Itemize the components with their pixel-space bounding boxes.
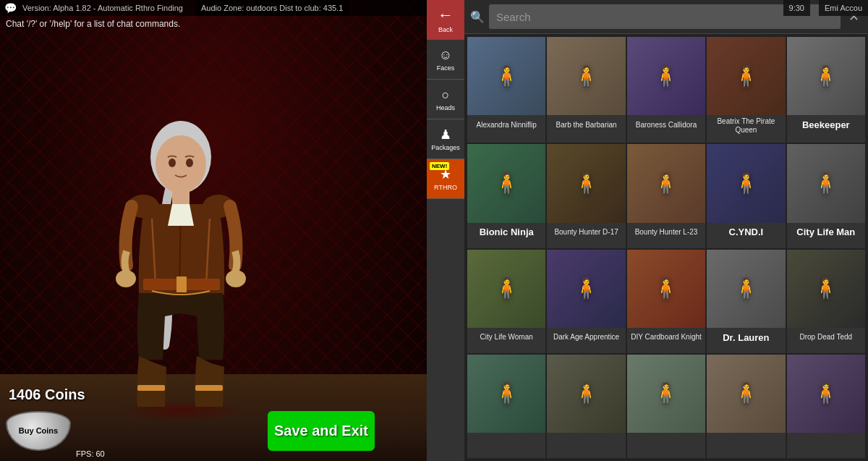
list-item[interactable]: 🧍 Baroness Callidora: [627, 37, 705, 143]
fps-counter: FPS: 60: [76, 449, 105, 458]
list-item[interactable]: 🧍: [547, 355, 625, 458]
item-preview: 🧍: [467, 37, 545, 115]
list-item[interactable]: 🧍 City Life Woman: [467, 250, 545, 353]
item-preview: 🧍: [787, 355, 865, 433]
item-name: Drop Dead Tedd: [787, 328, 865, 348]
version-text: Version: Alpha 1.82 - Automatic Rthro Fi…: [22, 4, 183, 12]
item-preview: 🧍: [627, 355, 705, 433]
list-item[interactable]: 🧍 Alexandra Ninniflip: [467, 37, 545, 143]
item-name: Beatrix The Pirate Queen: [707, 115, 785, 138]
item-preview: 🧍: [787, 37, 865, 115]
svg-point-10: [226, 270, 246, 287]
item-preview: 🧍: [707, 144, 785, 222]
list-item[interactable]: 🧍: [707, 355, 785, 458]
item-preview: 🧍: [467, 250, 545, 328]
item-preview: 🧍: [787, 144, 865, 222]
item-name: Beekeeper: [787, 115, 865, 135]
item-name: [787, 433, 865, 453]
list-item[interactable]: 🧍 C.YND.I: [707, 144, 785, 248]
items-grid: 🧍 Alexandra Ninniflip 🧍 Barb the Barbari…: [464, 34, 868, 461]
faces-button[interactable]: ☺ Faces: [427, 40, 464, 80]
item-name: DIY Cardboard Knight: [627, 328, 705, 348]
svg-rect-11: [137, 385, 165, 391]
list-item[interactable]: 🧍 Barb the Barbarian: [547, 37, 625, 143]
item-name: Bounty Hunter L-23: [627, 223, 705, 243]
item-name: Alexandra Ninniflip: [467, 115, 545, 135]
list-item[interactable]: 🧍: [787, 355, 865, 458]
svg-point-9: [116, 270, 136, 287]
save-exit-button[interactable]: Save and Exit: [268, 411, 375, 451]
item-preview: 🧍: [627, 37, 705, 115]
item-name: Barb the Barbarian: [547, 115, 625, 135]
list-item[interactable]: 🧍 Beekeeper: [787, 37, 865, 143]
item-name: [547, 433, 625, 453]
svg-rect-12: [195, 385, 223, 391]
clock-bar: 9:30: [783, 0, 810, 16]
item-name: Dark Age Apprentice: [547, 328, 625, 348]
chat-hint: Chat '/?' or '/help' for a list of chat …: [6, 19, 180, 29]
item-name: [467, 433, 545, 453]
svg-point-1: [156, 135, 206, 193]
list-item[interactable]: 🧍 Bounty Hunter D-17: [547, 144, 625, 248]
item-preview: 🧍: [547, 144, 625, 222]
shop-panel: 🔍 ✕ 🧍 Alexandra Ninniflip 🧍 Barb the Bar…: [464, 0, 868, 461]
left-nav: ← Back ☺ Faces ○ Heads ♟ Packages NEW! ★…: [427, 0, 464, 461]
item-preview: 🧍: [467, 144, 545, 222]
chat-icon: 💬: [4, 2, 17, 14]
list-item[interactable]: 🧍: [627, 355, 705, 458]
list-item[interactable]: 🧍 City Life Man: [787, 144, 865, 248]
item-preview: 🧍: [547, 250, 625, 328]
coins-display: 1406 Coins: [9, 386, 85, 403]
svg-rect-4: [172, 190, 190, 204]
rthro-button[interactable]: NEW! ★ RTHRO: [427, 159, 464, 199]
item-preview: 🧍: [707, 37, 785, 115]
item-name: Baroness Callidora: [627, 115, 705, 135]
item-preview: 🧍: [547, 355, 625, 433]
item-preview: 🧍: [787, 250, 865, 328]
item-preview: 🧍: [547, 37, 625, 115]
item-name: City Life Man: [787, 223, 865, 243]
list-item[interactable]: 🧍 Drop Dead Tedd: [787, 250, 865, 353]
list-item[interactable]: 🧍 Bionic Ninja: [467, 144, 545, 248]
item-name: C.YND.I: [707, 223, 785, 243]
character-figure: [87, 85, 275, 418]
list-item[interactable]: 🧍 Dark Age Apprentice: [547, 250, 625, 353]
search-icon: 🔍: [470, 10, 485, 24]
item-name: City Life Woman: [467, 328, 545, 348]
item-name: [627, 433, 705, 453]
item-preview: 🧍: [627, 144, 705, 222]
item-preview: 🧍: [467, 355, 545, 433]
back-button[interactable]: ← Back: [427, 0, 464, 40]
audio-zone-bar: Audio Zone: outdoors Dist to club: 435.1: [195, 0, 349, 16]
game-viewport: 💬 Version: Alpha 1.82 - Automatic Rthro …: [0, 0, 427, 461]
svg-rect-6: [176, 276, 187, 292]
svg-point-3: [186, 158, 193, 167]
list-item[interactable]: 🧍: [467, 355, 545, 458]
heads-button[interactable]: ○ Heads: [427, 80, 464, 119]
item-preview: 🧍: [707, 250, 785, 328]
svg-point-2: [169, 158, 176, 167]
packages-button[interactable]: ♟ Packages: [427, 119, 464, 159]
item-preview: 🧍: [707, 355, 785, 433]
item-name: Dr. Lauren: [707, 328, 785, 348]
item-name: [707, 433, 785, 453]
item-name: Bounty Hunter D-17: [547, 223, 625, 243]
item-name: Bionic Ninja: [467, 223, 545, 243]
list-item[interactable]: 🧍 Dr. Lauren: [707, 250, 785, 353]
list-item[interactable]: 🧍 Beatrix The Pirate Queen: [707, 37, 785, 143]
list-item[interactable]: 🧍 Bounty Hunter L-23: [627, 144, 705, 248]
list-item[interactable]: 🧍 DIY Cardboard Knight: [627, 250, 705, 353]
account-bar: Emi Accou: [819, 0, 868, 16]
item-preview: 🧍: [627, 250, 705, 328]
